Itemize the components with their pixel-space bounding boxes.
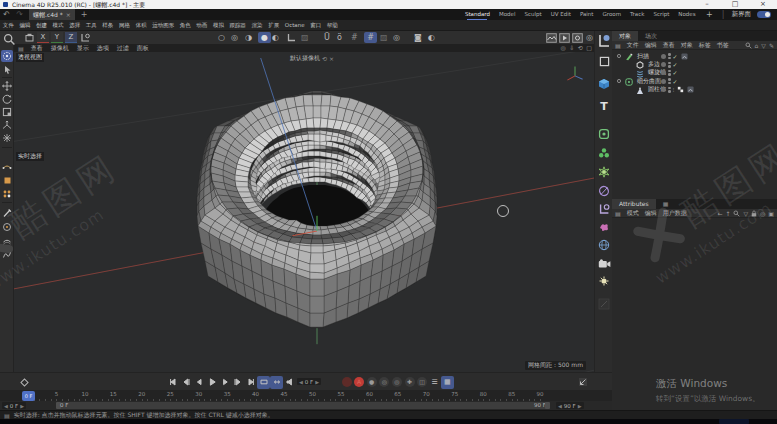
enabled-check-icon[interactable]: ✓ <box>673 53 678 60</box>
viewport-menu-5[interactable]: 过滤 <box>113 44 133 53</box>
object-row-1[interactable]: 扫描✓ <box>612 52 777 60</box>
workplane-icon[interactable] <box>287 32 296 43</box>
visibility-dot-icon[interactable] <box>661 87 666 92</box>
enabled-check-icon[interactable]: ✓ <box>673 69 678 76</box>
editor-dot-icon[interactable] <box>668 70 671 73</box>
menu-3[interactable]: 创建 <box>33 20 50 31</box>
cloner-icon[interactable] <box>596 145 612 161</box>
subdivision-surface-icon[interactable] <box>596 126 612 142</box>
phong-tag-icon[interactable] <box>681 53 688 60</box>
spinner-left-arrow-icon2[interactable]: ◀ <box>558 403 562 409</box>
maximize-button[interactable]: □ <box>721 0 749 9</box>
render-dot-icon[interactable] <box>668 90 671 93</box>
attr-target-icon[interactable]: ◎ <box>760 210 765 217</box>
menu-5[interactable]: 选择 <box>66 20 83 31</box>
cube-primitive-icon[interactable] <box>596 53 612 69</box>
prev-key-button[interactable] <box>179 376 192 389</box>
new-ui-toggle[interactable] <box>757 11 771 18</box>
key-scale-button[interactable]: ◎ <box>390 376 403 389</box>
menu-17[interactable]: Octane <box>282 20 307 31</box>
brush-tool-icon[interactable] <box>1 221 13 233</box>
render-settings-button[interactable] <box>572 32 583 43</box>
globe-icon[interactable] <box>596 237 612 253</box>
commander-search-button[interactable] <box>2 32 17 47</box>
visibility-dot-icon[interactable] <box>661 70 666 75</box>
viewport-solo-hierarchy-icon[interactable]: ◑ <box>245 32 252 43</box>
render-view-button[interactable] <box>546 32 557 43</box>
keyframe-grid-button[interactable]: ▦ <box>441 376 454 389</box>
camera-close-icon[interactable]: × <box>329 55 334 62</box>
attributes-tab[interactable]: Attributes <box>612 199 656 209</box>
sound-button[interactable] <box>283 376 296 389</box>
close-button[interactable]: × <box>749 0 777 9</box>
document-tab-close-icon[interactable]: × <box>66 9 71 20</box>
menu-6[interactable]: 工具 <box>83 20 100 31</box>
camera-reset-icon[interactable]: ⟲ <box>322 55 327 62</box>
attr-search-icon[interactable] <box>733 210 740 217</box>
attr-filter-icon[interactable]: ▽ <box>743 210 748 217</box>
spline-tool-icon[interactable] <box>1 249 13 261</box>
autokey-button[interactable]: A <box>353 376 366 389</box>
snap-enabled-icon[interactable]: # <box>364 32 377 43</box>
layout-tab-3[interactable]: Sculpt <box>520 9 546 20</box>
render-dot-icon[interactable] <box>668 57 671 60</box>
phong-tag-icon[interactable] <box>687 86 694 93</box>
viewport-menu-4[interactable]: 选项 <box>93 44 113 53</box>
x-axis-lock-button[interactable]: X <box>37 32 49 43</box>
redo-icon[interactable]: ↷ <box>13 10 26 20</box>
live-selection-tool[interactable] <box>1 50 13 62</box>
light-icon[interactable] <box>596 274 612 290</box>
model-mode-icon[interactable] <box>1 174 13 186</box>
viewport-download-icon[interactable]: ⇩ <box>569 44 574 52</box>
menu-15[interactable]: 渲染 <box>249 20 266 31</box>
viewport-corner-resize-icon[interactable] <box>576 376 589 389</box>
select-arrow-tool[interactable] <box>1 63 13 75</box>
viewport-sync-icon[interactable]: ◎ <box>561 44 566 52</box>
menu-14[interactable]: 跟踪器 <box>227 20 249 31</box>
viewport-history-icon[interactable]: ⟲ <box>578 44 583 52</box>
viewport-solo-off-icon[interactable]: ○ <box>218 32 225 43</box>
object-row-4[interactable]: 细分曲面✓ <box>612 77 777 85</box>
last-tool-icon[interactable] <box>23 32 35 43</box>
attr-lock-icon[interactable] <box>751 210 757 217</box>
menu-7[interactable]: 样条 <box>100 20 117 31</box>
play-button[interactable] <box>205 376 218 389</box>
om-menu-5[interactable]: 标签 <box>696 41 714 50</box>
quantize-icon[interactable]: ▨ <box>380 32 388 43</box>
viewport-menu-3[interactable]: 显示 <box>73 44 93 53</box>
spline-pen-icon[interactable] <box>596 183 612 199</box>
object-row-5[interactable]: 圆柱体⁝ <box>612 86 777 94</box>
prev-frame-button[interactable] <box>192 376 205 389</box>
menu-13[interactable]: 模拟 <box>210 20 227 31</box>
timeline-ruler[interactable]: 51015202530354045505560657075808590 0 F <box>0 390 612 401</box>
nut-model[interactable] <box>197 91 437 328</box>
menu-2[interactable]: 编辑 <box>17 20 34 31</box>
loop-simple-button[interactable] <box>257 376 270 389</box>
om-menu-1[interactable]: 文件 <box>624 41 642 50</box>
editor-dot-icon[interactable] <box>668 78 671 81</box>
knife-tool-icon[interactable] <box>1 207 13 219</box>
workplane-lock-icon[interactable]: ▨ <box>301 32 309 43</box>
menu-4[interactable]: 模式 <box>50 20 67 31</box>
minimize-button[interactable]: – <box>693 0 721 9</box>
volume-cube-icon[interactable] <box>596 76 612 92</box>
texture-tag-icon[interactable] <box>677 86 684 93</box>
camera-icon[interactable] <box>596 256 612 272</box>
om-burger-icon[interactable]: ▤ <box>612 42 624 49</box>
key-pla-button[interactable]: ◫ <box>416 376 429 389</box>
add-document-button[interactable]: + <box>81 10 88 19</box>
attr-up-icon[interactable]: ↑ <box>725 210 730 217</box>
layout-tab-6[interactable]: Groom <box>598 9 626 20</box>
z-axis-lock-button[interactable]: Z <box>65 32 77 43</box>
menu-18[interactable]: 窗口 <box>307 20 324 31</box>
enabled-check-icon[interactable]: ✓ <box>673 61 678 68</box>
om-filter-icon[interactable]: ▽ <box>761 42 766 49</box>
editor-dot-icon[interactable] <box>668 87 671 90</box>
preview-range-track[interactable]: 0 F 90 F <box>57 402 549 409</box>
layout-tab-1[interactable]: Standard <box>460 9 494 20</box>
current-frame-spinner[interactable]: ◀0 F▶ <box>297 378 321 385</box>
deformer-icon[interactable] <box>596 219 612 235</box>
spinner-right-arrow-icon[interactable]: ▶ <box>20 403 24 409</box>
next-frame-button[interactable] <box>218 376 231 389</box>
field-icon[interactable] <box>596 164 612 180</box>
